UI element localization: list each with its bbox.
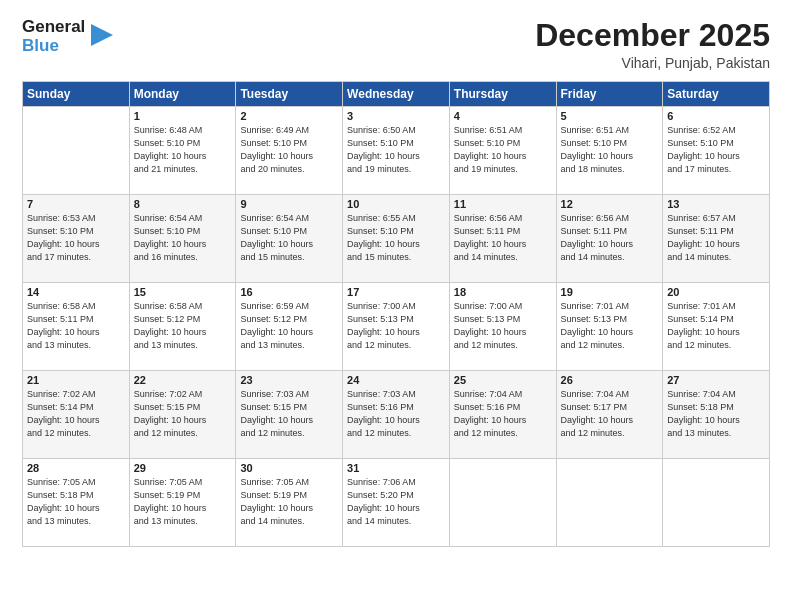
sub-title: Vihari, Punjab, Pakistan: [535, 55, 770, 71]
cell-w2-d3: 17Sunrise: 7:00 AM Sunset: 5:13 PM Dayli…: [343, 283, 450, 371]
day-info: Sunrise: 7:04 AM Sunset: 5:16 PM Dayligh…: [454, 388, 552, 440]
day-number: 2: [240, 110, 338, 122]
cell-w2-d6: 20Sunrise: 7:01 AM Sunset: 5:14 PM Dayli…: [663, 283, 770, 371]
logo-arrow-icon: [91, 24, 113, 46]
day-info: Sunrise: 7:05 AM Sunset: 5:19 PM Dayligh…: [240, 476, 338, 528]
cell-w0-d6: 6Sunrise: 6:52 AM Sunset: 5:10 PM Daylig…: [663, 107, 770, 195]
col-wednesday: Wednesday: [343, 82, 450, 107]
day-number: 26: [561, 374, 659, 386]
cell-w0-d2: 2Sunrise: 6:49 AM Sunset: 5:10 PM Daylig…: [236, 107, 343, 195]
cell-w3-d1: 22Sunrise: 7:02 AM Sunset: 5:15 PM Dayli…: [129, 371, 236, 459]
day-info: Sunrise: 7:06 AM Sunset: 5:20 PM Dayligh…: [347, 476, 445, 528]
cell-w4-d6: [663, 459, 770, 547]
day-info: Sunrise: 6:53 AM Sunset: 5:10 PM Dayligh…: [27, 212, 125, 264]
day-info: Sunrise: 6:54 AM Sunset: 5:10 PM Dayligh…: [134, 212, 232, 264]
logo-general: General: [22, 18, 85, 37]
cell-w1-d2: 9Sunrise: 6:54 AM Sunset: 5:10 PM Daylig…: [236, 195, 343, 283]
week-row-3: 21Sunrise: 7:02 AM Sunset: 5:14 PM Dayli…: [23, 371, 770, 459]
day-number: 8: [134, 198, 232, 210]
header-row: Sunday Monday Tuesday Wednesday Thursday…: [23, 82, 770, 107]
day-number: 21: [27, 374, 125, 386]
day-info: Sunrise: 6:58 AM Sunset: 5:12 PM Dayligh…: [134, 300, 232, 352]
cell-w2-d5: 19Sunrise: 7:01 AM Sunset: 5:13 PM Dayli…: [556, 283, 663, 371]
day-number: 19: [561, 286, 659, 298]
title-block: December 2025 Vihari, Punjab, Pakistan: [535, 18, 770, 71]
cell-w3-d6: 27Sunrise: 7:04 AM Sunset: 5:18 PM Dayli…: [663, 371, 770, 459]
day-info: Sunrise: 6:51 AM Sunset: 5:10 PM Dayligh…: [561, 124, 659, 176]
col-thursday: Thursday: [449, 82, 556, 107]
day-number: 20: [667, 286, 765, 298]
logo-text-block: General Blue: [22, 18, 85, 55]
day-number: 27: [667, 374, 765, 386]
day-number: 12: [561, 198, 659, 210]
day-info: Sunrise: 7:02 AM Sunset: 5:15 PM Dayligh…: [134, 388, 232, 440]
day-number: 9: [240, 198, 338, 210]
day-info: Sunrise: 6:55 AM Sunset: 5:10 PM Dayligh…: [347, 212, 445, 264]
day-info: Sunrise: 7:02 AM Sunset: 5:14 PM Dayligh…: [27, 388, 125, 440]
col-tuesday: Tuesday: [236, 82, 343, 107]
day-number: 18: [454, 286, 552, 298]
day-info: Sunrise: 6:49 AM Sunset: 5:10 PM Dayligh…: [240, 124, 338, 176]
day-info: Sunrise: 7:03 AM Sunset: 5:16 PM Dayligh…: [347, 388, 445, 440]
cell-w3-d0: 21Sunrise: 7:02 AM Sunset: 5:14 PM Dayli…: [23, 371, 130, 459]
col-friday: Friday: [556, 82, 663, 107]
day-number: 10: [347, 198, 445, 210]
day-number: 16: [240, 286, 338, 298]
day-info: Sunrise: 6:56 AM Sunset: 5:11 PM Dayligh…: [454, 212, 552, 264]
cell-w4-d1: 29Sunrise: 7:05 AM Sunset: 5:19 PM Dayli…: [129, 459, 236, 547]
day-number: 28: [27, 462, 125, 474]
logo: General Blue: [22, 18, 113, 55]
day-number: 7: [27, 198, 125, 210]
day-number: 4: [454, 110, 552, 122]
day-info: Sunrise: 6:58 AM Sunset: 5:11 PM Dayligh…: [27, 300, 125, 352]
day-info: Sunrise: 7:05 AM Sunset: 5:19 PM Dayligh…: [134, 476, 232, 528]
day-number: 3: [347, 110, 445, 122]
col-monday: Monday: [129, 82, 236, 107]
cell-w1-d4: 11Sunrise: 6:56 AM Sunset: 5:11 PM Dayli…: [449, 195, 556, 283]
col-sunday: Sunday: [23, 82, 130, 107]
cell-w3-d4: 25Sunrise: 7:04 AM Sunset: 5:16 PM Dayli…: [449, 371, 556, 459]
cell-w4-d0: 28Sunrise: 7:05 AM Sunset: 5:18 PM Dayli…: [23, 459, 130, 547]
day-info: Sunrise: 7:01 AM Sunset: 5:14 PM Dayligh…: [667, 300, 765, 352]
cell-w3-d3: 24Sunrise: 7:03 AM Sunset: 5:16 PM Dayli…: [343, 371, 450, 459]
day-info: Sunrise: 7:04 AM Sunset: 5:17 PM Dayligh…: [561, 388, 659, 440]
day-number: 6: [667, 110, 765, 122]
day-info: Sunrise: 6:57 AM Sunset: 5:11 PM Dayligh…: [667, 212, 765, 264]
day-number: 23: [240, 374, 338, 386]
day-info: Sunrise: 6:51 AM Sunset: 5:10 PM Dayligh…: [454, 124, 552, 176]
day-info: Sunrise: 7:03 AM Sunset: 5:15 PM Dayligh…: [240, 388, 338, 440]
cell-w2-d4: 18Sunrise: 7:00 AM Sunset: 5:13 PM Dayli…: [449, 283, 556, 371]
cell-w4-d2: 30Sunrise: 7:05 AM Sunset: 5:19 PM Dayli…: [236, 459, 343, 547]
day-info: Sunrise: 7:01 AM Sunset: 5:13 PM Dayligh…: [561, 300, 659, 352]
day-number: 17: [347, 286, 445, 298]
week-row-4: 28Sunrise: 7:05 AM Sunset: 5:18 PM Dayli…: [23, 459, 770, 547]
cell-w4-d3: 31Sunrise: 7:06 AM Sunset: 5:20 PM Dayli…: [343, 459, 450, 547]
day-number: 15: [134, 286, 232, 298]
day-number: 11: [454, 198, 552, 210]
day-number: 30: [240, 462, 338, 474]
cell-w0-d3: 3Sunrise: 6:50 AM Sunset: 5:10 PM Daylig…: [343, 107, 450, 195]
calendar-table: Sunday Monday Tuesday Wednesday Thursday…: [22, 81, 770, 547]
cell-w2-d0: 14Sunrise: 6:58 AM Sunset: 5:11 PM Dayli…: [23, 283, 130, 371]
cell-w3-d2: 23Sunrise: 7:03 AM Sunset: 5:15 PM Dayli…: [236, 371, 343, 459]
page: General Blue December 2025 Vihari, Punja…: [0, 0, 792, 612]
week-row-1: 7Sunrise: 6:53 AM Sunset: 5:10 PM Daylig…: [23, 195, 770, 283]
day-info: Sunrise: 7:00 AM Sunset: 5:13 PM Dayligh…: [347, 300, 445, 352]
header: General Blue December 2025 Vihari, Punja…: [22, 18, 770, 71]
day-info: Sunrise: 6:52 AM Sunset: 5:10 PM Dayligh…: [667, 124, 765, 176]
cell-w1-d6: 13Sunrise: 6:57 AM Sunset: 5:11 PM Dayli…: [663, 195, 770, 283]
cell-w1-d3: 10Sunrise: 6:55 AM Sunset: 5:10 PM Dayli…: [343, 195, 450, 283]
day-number: 24: [347, 374, 445, 386]
col-saturday: Saturday: [663, 82, 770, 107]
day-number: 14: [27, 286, 125, 298]
cell-w0-d4: 4Sunrise: 6:51 AM Sunset: 5:10 PM Daylig…: [449, 107, 556, 195]
day-number: 29: [134, 462, 232, 474]
cell-w1-d5: 12Sunrise: 6:56 AM Sunset: 5:11 PM Dayli…: [556, 195, 663, 283]
cell-w1-d1: 8Sunrise: 6:54 AM Sunset: 5:10 PM Daylig…: [129, 195, 236, 283]
cell-w2-d2: 16Sunrise: 6:59 AM Sunset: 5:12 PM Dayli…: [236, 283, 343, 371]
day-number: 31: [347, 462, 445, 474]
day-info: Sunrise: 7:04 AM Sunset: 5:18 PM Dayligh…: [667, 388, 765, 440]
day-info: Sunrise: 7:05 AM Sunset: 5:18 PM Dayligh…: [27, 476, 125, 528]
cell-w0-d1: 1Sunrise: 6:48 AM Sunset: 5:10 PM Daylig…: [129, 107, 236, 195]
day-number: 1: [134, 110, 232, 122]
